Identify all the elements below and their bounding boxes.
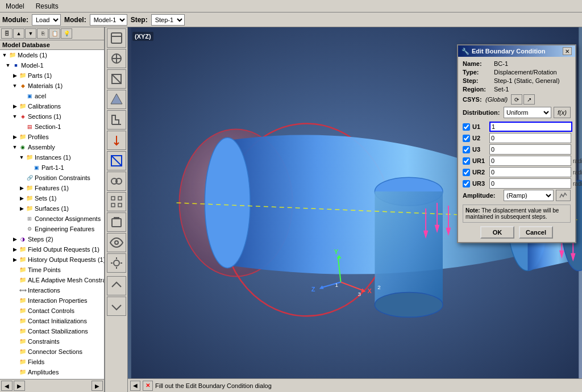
sidebar-expand-btn[interactable]: ▶ [92,381,103,391]
tree-item-amplitudes[interactable]: 📁 Amplitudes [0,367,104,377]
part11-icon: ▣ [32,163,41,172]
tree-item-section1[interactable]: ▤ Section-1 [0,122,104,132]
tree-item-acel[interactable]: ▣ acel [0,91,104,101]
dialog-title-bar[interactable]: 🔧 Edit Boundary Condition ✕ [458,45,575,57]
fx-button[interactable]: f(x) [554,107,571,118]
tree-item-part11[interactable]: ▣ Part-1-1 [0,162,104,173]
toolbar-btn-8[interactable] [107,172,126,191]
dof-unit-ur3: radians [573,181,582,187]
tree-item-steps[interactable]: ▶ ◑ Steps (2) [0,234,104,244]
status-back-btn[interactable]: ◀ [130,381,140,391]
dof-input-u2[interactable] [489,133,571,143]
module-label: Module: [2,16,28,24]
sidebar-nav-left[interactable]: ◀ [1,381,13,391]
tree-item-fields[interactable]: 📁 Fields [0,357,104,367]
step-select[interactable]: Step-1 [151,14,185,26]
tree-item-calibrations[interactable]: ▶ 📁 Calibrations [0,101,104,111]
amp-edit-btn[interactable] [556,190,571,201]
dof-input-ur2[interactable] [489,167,571,177]
tree-item-timepoints[interactable]: 📁 Time Points [0,265,104,275]
nav-up-btn[interactable]: ▲ [13,28,24,39]
toolbar-btn-9[interactable] [107,192,126,211]
dof-check-u2[interactable] [463,135,470,142]
dof-input-u1[interactable] [489,122,572,132]
toolbar-btn-13[interactable] [107,276,126,295]
tree-item-models[interactable]: ▼ 📁 Models (1) [0,50,104,60]
toolbar-btn-10[interactable] [107,212,126,232]
toolbar-btn-6[interactable] [107,131,126,150]
toolbar-btn-11[interactable] [107,233,126,252]
status-x-btn[interactable]: ✕ [143,381,153,391]
dof-check-ur2[interactable] [463,169,470,176]
csys-arrow-btn[interactable]: ↗ [523,94,535,105]
nav-down-btn[interactable]: ▼ [25,28,36,39]
dof-input-u3[interactable] [489,144,571,155]
tree-item-interactions[interactable]: ⟺ Interactions [0,285,104,295]
dof-input-ur3[interactable] [489,178,571,189]
tree-item-posconstraints[interactable]: 🔗 Position Constraints [0,173,104,183]
toolbar-btn-14[interactable] [107,297,126,316]
tree-item-surfaces[interactable]: ▶ 📁 Surfaces (1) [0,203,104,214]
toolbar-btn-1[interactable] [107,28,126,48]
tree-item-contactinit[interactable]: 📁 Contact Initializations [0,316,104,326]
tree-item-parts[interactable]: ▶ 📁 Parts (1) [0,70,104,81]
tree-item-sets[interactable]: ▶ 📁 Sets (1) [0,193,104,203]
tree-item-contactcontrols[interactable]: 📁 Contact Controls [0,306,104,316]
model-label: Model: [64,16,86,24]
viewport[interactable]: X Y Z 3 2 1 (XYZ) 🔧 [128,27,582,392]
toolbar-btn-12[interactable] [107,253,126,273]
toolbar-btn-7[interactable] [107,151,126,170]
dialog-step-field: Step: Step-1 (Static, General) [463,77,571,84]
tree-item-historyoutput[interactable]: ▶ 📁 History Output Requests (1) [0,255,104,265]
tree-item-sections[interactable]: ▼ ◈ Sections (1) [0,111,104,122]
tree-item-features[interactable]: ▶ 📁 Features (1) [0,183,104,193]
csys-edit-btn[interactable]: ⟳ [511,94,522,105]
module-select[interactable]: Load [32,14,61,26]
dialog-region-label: Region: [463,86,494,93]
tree-item-intprops[interactable]: 📁 Interaction Properties [0,295,104,306]
toolbar-btn-4[interactable] [107,90,126,109]
dof-input-ur1[interactable] [489,156,571,166]
toolbar-btn-2[interactable] [107,49,126,68]
assembly-icon: ◉ [18,143,27,152]
dist-select[interactable]: Uniform [504,107,551,118]
tree-item-constraints[interactable]: 📁 Constraints [0,336,104,347]
tree-item-connassign[interactable]: ⊞ Connector Assignments [0,214,104,224]
model-select[interactable]: Model-1 [90,14,127,26]
tree-item-profiles[interactable]: ▶ 📁 Profiles [0,132,104,142]
light-btn[interactable]: 💡 [61,28,72,39]
tree-label-interactions: Interactions [28,286,60,295]
tree-item-engfeatures[interactable]: ⚙ Engineering Features [0,224,104,234]
dialog-close-button[interactable]: ✕ [563,47,572,55]
tree-item-connectorsections[interactable]: 📁 Connector Sections [0,347,104,357]
sidebar-nav-right[interactable]: ▶ [14,381,25,391]
tree-item-model1[interactable]: ▼ ■ Model-1 [0,60,104,70]
tree-item-assembly[interactable]: ▼ ◉ Assembly [0,142,104,152]
tree-item-contactstab[interactable]: 📁 Contact Stabilizations [0,326,104,336]
tree-item-aleadaptive[interactable]: 📁 ALE Adaptive Mesh Constrai... [0,275,104,285]
tree-item-fieldoutput[interactable]: ▶ 📁 Field Output Requests (1) [0,244,104,255]
dof-check-ur1[interactable] [463,157,470,165]
toolbar-btn-3[interactable] [107,69,126,89]
dof-label-u1: U1 [472,123,489,130]
folder-icon-constraints: 📁 [18,337,27,346]
toolbar-btn-5[interactable] [107,110,126,130]
tree-label-constraints: Constraints [28,337,60,346]
dof-check-ur3[interactable] [463,180,470,187]
copy-btn[interactable]: ⎘ [37,28,48,39]
db-icon-btn[interactable]: 🗄 [1,28,13,39]
ok-button[interactable]: OK [480,226,514,239]
tree-item-instances[interactable]: ▼ 📁 Instances (1) [0,152,104,162]
amp-select[interactable]: (Ramp) [504,190,554,201]
tree-container[interactable]: ▼ 📁 Models (1) ▼ ■ Model-1 ▶ 📁 Parts (1)… [0,50,104,379]
cancel-button[interactable]: Cancel [519,226,553,239]
tree-label-posconstraints: Position Constraints [35,173,90,182]
dof-check-u1[interactable] [463,123,470,131]
tree-item-materials[interactable]: ▼ ◆ Materials (1) [0,81,104,91]
paste-btn[interactable]: 📋 [49,28,60,39]
menu-results[interactable]: Results [30,1,64,11]
svg-text:3: 3 [357,291,361,297]
dof-check-u3[interactable] [463,146,470,153]
folder-icon-connectorsections: 📁 [18,347,27,356]
menu-model[interactable]: Model [0,1,30,11]
